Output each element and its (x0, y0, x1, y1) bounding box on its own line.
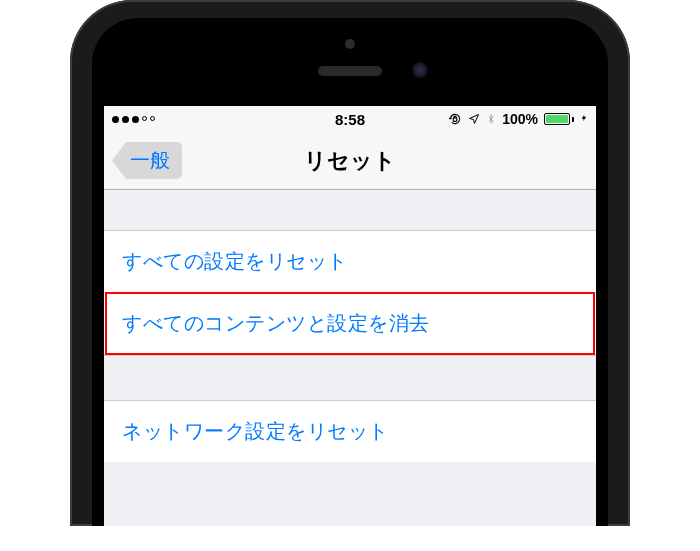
battery-percentage: 100% (502, 111, 538, 127)
erase-all-content-row[interactable]: すべてのコンテンツと設定を消去 (104, 293, 596, 355)
page-title: リセット (304, 146, 396, 176)
front-camera (412, 62, 428, 78)
screen: 8:58 100% (104, 106, 596, 526)
group-separator (104, 355, 596, 401)
earpiece-speaker (318, 66, 382, 76)
battery-icon (544, 113, 574, 125)
back-button-label: 一般 (130, 149, 170, 171)
phone-frame: 8:58 100% (70, 0, 630, 526)
reset-all-settings-row[interactable]: すべての設定をリセット (104, 231, 596, 293)
reset-network-row[interactable]: ネットワーク設定をリセット (104, 401, 596, 462)
phone-bezel: 8:58 100% (92, 18, 608, 526)
proximity-sensor (345, 39, 355, 49)
status-bar: 8:58 100% (104, 106, 596, 132)
signal-strength-icon (112, 116, 155, 123)
settings-list: すべての設定をリセット すべてのコンテンツと設定を消去 ネットワーク設定をリセッ… (104, 230, 596, 462)
charging-icon (580, 111, 588, 128)
back-button[interactable]: 一般 (112, 142, 182, 179)
status-time: 8:58 (335, 111, 365, 128)
location-icon (468, 113, 480, 125)
bluetooth-icon (486, 112, 496, 126)
svg-rect-0 (453, 118, 457, 122)
navigation-bar: 一般 リセット (104, 132, 596, 190)
orientation-lock-icon (448, 112, 462, 126)
